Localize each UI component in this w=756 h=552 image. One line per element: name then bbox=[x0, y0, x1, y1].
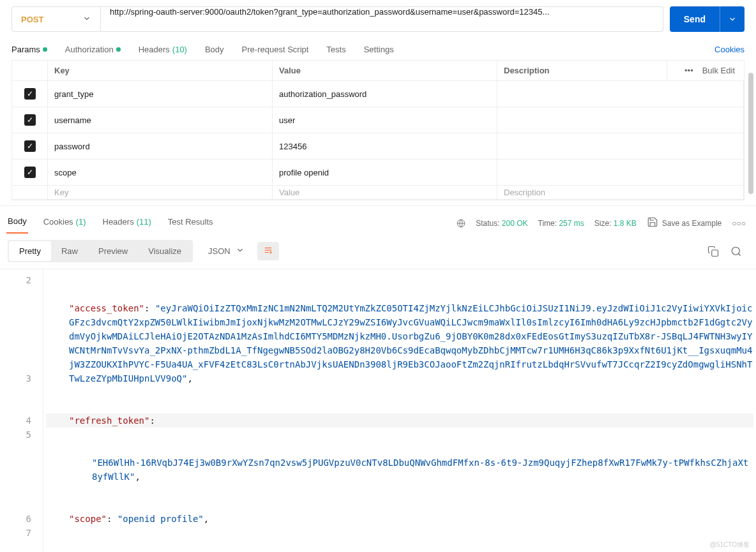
param-value[interactable]: authorization_password bbox=[273, 81, 497, 107]
globe-icon[interactable] bbox=[457, 219, 465, 228]
tab-pre-request[interactable]: Pre-request Script bbox=[242, 40, 309, 59]
response-status: Status: 200 OK Time: 257 ms Size: 1.8 KB… bbox=[457, 216, 746, 230]
param-value[interactable]: profile openid bbox=[273, 160, 497, 185]
cookies-link[interactable]: Cookies bbox=[714, 45, 745, 54]
checkbox-checked-icon[interactable]: ✓ bbox=[24, 140, 36, 152]
line-gutter: 2 3 4 5 6 7 bbox=[0, 269, 43, 552]
svg-rect-3 bbox=[712, 250, 718, 256]
table-row[interactable]: ✓ grant_type authorization_password bbox=[12, 81, 744, 107]
param-key[interactable]: grant_type bbox=[48, 81, 273, 107]
param-key[interactable]: username bbox=[48, 107, 273, 133]
param-desc[interactable] bbox=[497, 81, 744, 107]
table-row[interactable]: ✓ password 123456 bbox=[12, 133, 744, 160]
resp-tab-headers[interactable]: Headers (11) bbox=[102, 213, 153, 233]
svg-line-5 bbox=[738, 253, 740, 255]
resp-tab-test-results[interactable]: Test Results bbox=[167, 213, 215, 233]
col-value: Value bbox=[273, 61, 497, 80]
send-label: Send bbox=[670, 14, 720, 24]
bulk-edit-link[interactable]: Bulk Edit bbox=[702, 66, 735, 75]
save-as-example[interactable]: Save as Example bbox=[647, 216, 722, 230]
scrollbar-thumb[interactable] bbox=[748, 73, 753, 194]
send-dropdown[interactable] bbox=[720, 6, 745, 32]
checkbox-checked-icon[interactable]: ✓ bbox=[24, 88, 36, 100]
checkbox-checked-icon[interactable]: ✓ bbox=[24, 167, 36, 178]
table-header: Key Value Description ••• Bulk Edit bbox=[12, 61, 744, 81]
param-desc[interactable] bbox=[497, 107, 744, 133]
request-bar: POST http://spring-oauth-server:9000/oau… bbox=[0, 0, 756, 40]
url-input[interactable]: http://spring-oauth-server:9000/oauth2/t… bbox=[101, 6, 663, 32]
method-label: POST bbox=[21, 15, 43, 24]
resp-tab-cookies[interactable]: Cookies (1) bbox=[42, 213, 87, 233]
format-select[interactable]: JSON bbox=[199, 241, 253, 262]
checkbox-checked-icon[interactable]: ✓ bbox=[24, 114, 36, 126]
chevron-down-icon bbox=[82, 14, 91, 25]
param-key[interactable]: scope bbox=[48, 160, 273, 185]
send-button[interactable]: Send bbox=[670, 6, 745, 32]
tab-tests[interactable]: Tests bbox=[326, 40, 345, 59]
tab-body[interactable]: Body bbox=[205, 40, 224, 59]
table-row[interactable]: ✓ scope profile openid bbox=[12, 160, 744, 186]
param-desc[interactable] bbox=[497, 160, 744, 185]
body-toolbar: Pretty Raw Preview Visualize JSON bbox=[0, 234, 756, 269]
dot-icon bbox=[116, 47, 121, 52]
table-row-placeholder[interactable]: Key Value Description bbox=[12, 186, 744, 200]
tab-settings[interactable]: Settings bbox=[364, 40, 394, 59]
request-tabs: Params Authorization Headers (10) Body P… bbox=[0, 40, 756, 60]
chevron-down-icon bbox=[236, 246, 245, 257]
visualize-button[interactable]: Visualize bbox=[138, 241, 192, 261]
save-icon bbox=[647, 216, 658, 230]
more-icon[interactable]: ○○○ bbox=[732, 219, 746, 228]
response-tabs: Body Cookies (1) Headers (11) Test Resul… bbox=[0, 205, 756, 234]
tab-params[interactable]: Params bbox=[11, 40, 47, 59]
watermark: @51CTO博客 bbox=[710, 541, 750, 549]
pretty-button[interactable]: Pretty bbox=[9, 241, 51, 261]
tab-authorization[interactable]: Authorization bbox=[65, 40, 121, 59]
col-description: Description bbox=[497, 61, 667, 80]
param-key[interactable]: password bbox=[48, 133, 273, 159]
view-mode-segment: Pretty Raw Preview Visualize bbox=[8, 240, 193, 262]
response-body-code: 2 3 4 5 6 7 "access_token": "eyJraWQiOiI… bbox=[0, 269, 756, 552]
wrap-lines-button[interactable] bbox=[257, 242, 279, 260]
param-value[interactable]: 123456 bbox=[273, 133, 497, 159]
svg-point-4 bbox=[732, 247, 739, 255]
copy-icon[interactable] bbox=[707, 246, 719, 257]
method-select[interactable]: POST bbox=[11, 6, 101, 32]
preview-button[interactable]: Preview bbox=[88, 241, 138, 261]
table-row[interactable]: ✓ username user bbox=[12, 107, 744, 133]
col-key: Key bbox=[48, 61, 273, 80]
code-body[interactable]: "access_token": "eyJraWQiOiIzZTQxMmIzNC1… bbox=[43, 269, 756, 552]
search-icon[interactable] bbox=[730, 246, 742, 257]
params-table: Key Value Description ••• Bulk Edit ✓ gr… bbox=[11, 60, 745, 200]
resp-tab-body[interactable]: Body bbox=[6, 213, 28, 234]
more-icon[interactable]: ••• bbox=[684, 66, 693, 75]
dot-icon bbox=[43, 47, 47, 52]
param-desc[interactable] bbox=[497, 133, 744, 159]
tab-headers[interactable]: Headers (10) bbox=[139, 40, 187, 59]
raw-button[interactable]: Raw bbox=[51, 241, 88, 261]
param-value[interactable]: user bbox=[273, 107, 497, 133]
